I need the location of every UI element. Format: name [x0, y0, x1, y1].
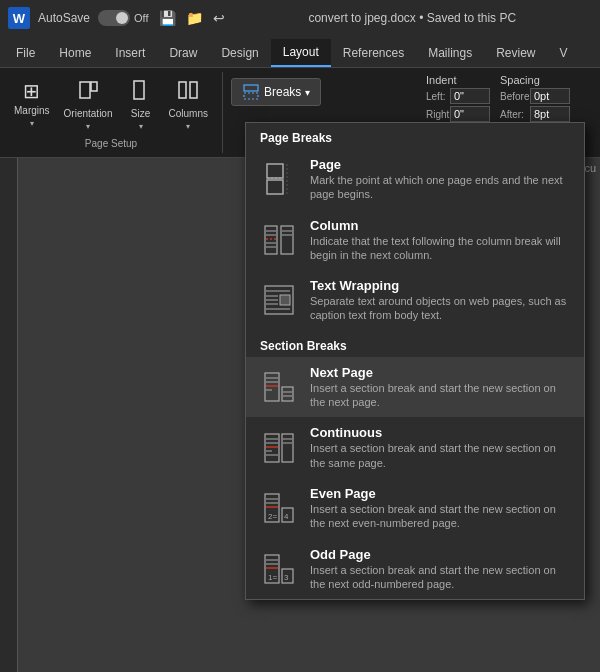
- page-setup-label: Page Setup: [85, 136, 137, 149]
- title-bar: W AutoSave Off 💾 📁 ↩ convert to jpeg.doc…: [0, 0, 600, 36]
- svg-rect-32: [282, 387, 293, 401]
- svg-text:3: 3: [284, 573, 289, 582]
- spacing-after-input[interactable]: [530, 106, 570, 122]
- margins-arrow: ▾: [30, 119, 34, 128]
- ribbon-group-content: ⊞ Margins ▾ Orientation ▾: [8, 76, 214, 136]
- menu-item-odd-page-text: Odd Page Insert a section break and star…: [310, 547, 570, 592]
- menu-item-odd-page-desc: Insert a section break and start the new…: [310, 563, 570, 592]
- spacing-before-label: Before:: [500, 91, 528, 102]
- tab-design[interactable]: Design: [209, 39, 270, 67]
- menu-item-next-page[interactable]: Next Page Insert a section break and sta…: [246, 357, 584, 418]
- orientation-icon: [77, 79, 99, 106]
- orientation-label: Orientation: [64, 108, 113, 120]
- page-breaks-header: Page Breaks: [246, 123, 584, 149]
- menu-item-text-wrapping[interactable]: Text Wrapping Separate text around objec…: [246, 270, 584, 331]
- indent-left-input[interactable]: [450, 88, 490, 104]
- svg-rect-7: [267, 164, 283, 178]
- spacing-header: Spacing: [500, 74, 570, 86]
- svg-text:1=: 1=: [268, 573, 277, 582]
- doc-title: convert to jpeg.docx • Saved to this PC: [233, 11, 592, 25]
- breaks-button[interactable]: Breaks ▾: [231, 78, 321, 106]
- menu-item-column[interactable]: Column Indicate that the text following …: [246, 210, 584, 271]
- title-bar-icons: 💾 📁 ↩: [159, 10, 225, 26]
- indent-header: Indent: [426, 74, 490, 86]
- even-page-icon: 2= 4: [260, 489, 298, 527]
- svg-rect-3: [179, 82, 186, 98]
- svg-rect-35: [265, 434, 279, 462]
- ruler-left: [0, 158, 18, 672]
- tab-more[interactable]: V: [548, 39, 580, 67]
- spacing-after-row: After:: [500, 106, 570, 122]
- spacing-before-input[interactable]: [530, 88, 570, 104]
- indent-right-input[interactable]: [450, 106, 490, 122]
- undo-icon[interactable]: ↩: [213, 10, 225, 26]
- indent-left-label: Left:: [426, 91, 448, 102]
- svg-rect-17: [281, 226, 293, 254]
- menu-item-odd-page[interactable]: 1= 3 Odd Page Insert a section break and…: [246, 539, 584, 600]
- breaks-label: Breaks: [264, 85, 301, 99]
- tab-draw[interactable]: Draw: [157, 39, 209, 67]
- indent-right-row: Right:: [426, 106, 490, 122]
- next-page-icon: [260, 368, 298, 406]
- menu-item-text-wrapping-title: Text Wrapping: [310, 278, 570, 293]
- menu-item-even-page[interactable]: 2= 4 Even Page Insert a section break an…: [246, 478, 584, 539]
- svg-rect-5: [244, 85, 258, 91]
- menu-item-text-wrapping-text: Text Wrapping Separate text around objec…: [310, 278, 570, 323]
- orientation-button[interactable]: Orientation ▾: [58, 76, 119, 134]
- menu-item-continuous-title: Continuous: [310, 425, 570, 440]
- svg-rect-6: [244, 93, 258, 99]
- section-breaks-header: Section Breaks: [246, 331, 584, 357]
- indent-left-row: Left:: [426, 88, 490, 104]
- margins-label: Margins: [14, 105, 50, 117]
- columns-icon: [177, 79, 199, 106]
- tab-review[interactable]: Review: [484, 39, 547, 67]
- menu-item-even-page-title: Even Page: [310, 486, 570, 501]
- svg-text:2=: 2=: [268, 512, 277, 521]
- margins-button[interactable]: ⊞ Margins ▾: [8, 76, 56, 131]
- margins-icon: ⊞: [23, 79, 40, 103]
- size-arrow: ▾: [139, 122, 143, 131]
- ribbon-tabs: File Home Insert Draw Design Layout Refe…: [0, 36, 600, 68]
- columns-arrow: ▾: [186, 122, 190, 131]
- menu-item-even-page-text: Even Page Insert a section break and sta…: [310, 486, 570, 531]
- spacing-before-row: Before:: [500, 88, 570, 104]
- menu-item-continuous[interactable]: Continuous Insert a section break and st…: [246, 417, 584, 478]
- tab-layout[interactable]: Layout: [271, 39, 331, 67]
- column-break-icon: [260, 221, 298, 259]
- autosave-label: AutoSave: [38, 11, 90, 25]
- save-icon[interactable]: 💾: [159, 10, 176, 26]
- tab-references[interactable]: References: [331, 39, 416, 67]
- menu-item-next-page-title: Next Page: [310, 365, 570, 380]
- toggle-state: Off: [134, 12, 148, 24]
- menu-item-page-desc: Mark the point at which one page ends an…: [310, 173, 570, 202]
- tab-mailings[interactable]: Mailings: [416, 39, 484, 67]
- size-label: Size: [131, 108, 150, 120]
- menu-item-next-page-text: Next Page Insert a section break and sta…: [310, 365, 570, 410]
- menu-item-page[interactable]: Page Mark the point at which one page en…: [246, 149, 584, 210]
- svg-rect-41: [282, 434, 293, 462]
- svg-rect-8: [267, 180, 283, 194]
- page-break-icon: [260, 160, 298, 198]
- indent-right-label: Right:: [426, 109, 448, 120]
- toggle-track[interactable]: [98, 10, 130, 26]
- tab-file[interactable]: File: [4, 39, 47, 67]
- menu-item-text-wrapping-desc: Separate text around objects on web page…: [310, 294, 570, 323]
- columns-label: Columns: [169, 108, 208, 120]
- menu-item-column-text: Column Indicate that the text following …: [310, 218, 570, 263]
- menu-item-next-page-desc: Insert a section break and start the new…: [310, 381, 570, 410]
- autosave-toggle[interactable]: Off: [98, 10, 148, 26]
- breaks-dropdown-menu: Page Breaks Page Mark the point at which…: [245, 122, 585, 600]
- menu-item-even-page-desc: Insert a section break and start the new…: [310, 502, 570, 531]
- indent-spacing-area: Indent Left: Right: Spacing Before: Afte…: [420, 68, 600, 128]
- menu-item-continuous-text: Continuous Insert a section break and st…: [310, 425, 570, 470]
- svg-text:4: 4: [284, 512, 289, 521]
- size-icon: [130, 79, 152, 106]
- svg-rect-4: [190, 82, 197, 98]
- columns-button[interactable]: Columns ▾: [163, 76, 214, 134]
- breaks-arrow: ▾: [305, 87, 310, 98]
- tab-home[interactable]: Home: [47, 39, 103, 67]
- svg-rect-0: [80, 82, 90, 98]
- tab-insert[interactable]: Insert: [103, 39, 157, 67]
- folder-icon[interactable]: 📁: [186, 10, 203, 26]
- size-button[interactable]: Size ▾: [121, 76, 161, 134]
